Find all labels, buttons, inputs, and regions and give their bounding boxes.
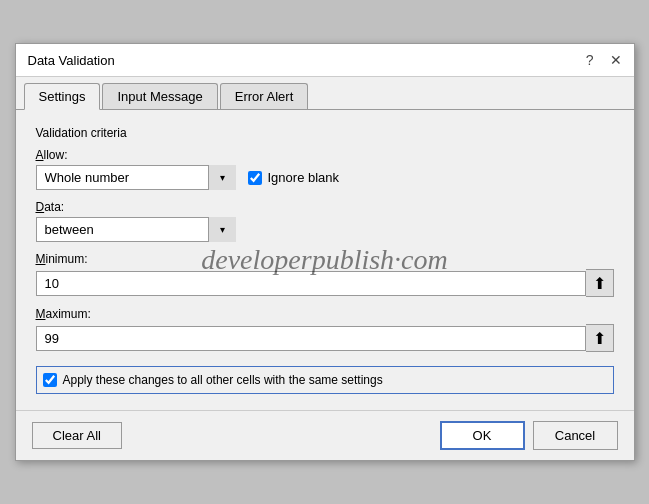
minimum-label: Minimum:: [36, 252, 614, 266]
footer-right-buttons: OK Cancel: [440, 421, 618, 450]
data-label: Data:: [36, 200, 614, 214]
maximum-input-wrapper: ⬆: [36, 324, 614, 352]
allow-select-wrapper: Whole number Decimal List Date Time Text…: [36, 165, 236, 190]
tab-settings[interactable]: Settings: [24, 83, 101, 110]
close-icon[interactable]: ✕: [610, 52, 622, 68]
help-icon[interactable]: ?: [586, 52, 594, 68]
allow-select[interactable]: Whole number Decimal List Date Time Text…: [36, 165, 236, 190]
minimum-input[interactable]: [36, 271, 586, 296]
allow-label: Allow:: [36, 148, 614, 162]
ignore-blank-label: Ignore blank: [268, 170, 340, 185]
apply-changes-checkbox[interactable]: [43, 373, 57, 387]
section-label: Validation criteria: [36, 126, 614, 140]
dialog-title: Data Validation: [28, 53, 115, 68]
clear-all-button[interactable]: Clear All: [32, 422, 122, 449]
data-select-wrapper: between not between equal to not equal t…: [36, 217, 236, 242]
minimum-collapse-icon[interactable]: ⬆: [586, 269, 614, 297]
maximum-input[interactable]: [36, 326, 586, 351]
ignore-blank-row: Ignore blank: [248, 170, 340, 185]
minimum-input-wrapper: ⬆: [36, 269, 614, 297]
tab-bar: Settings Input Message Error Alert: [16, 77, 634, 110]
cancel-button[interactable]: Cancel: [533, 421, 618, 450]
allow-row: Whole number Decimal List Date Time Text…: [36, 165, 614, 190]
minimum-row: ⬆: [36, 269, 614, 297]
ok-button[interactable]: OK: [440, 421, 525, 450]
data-row: between not between equal to not equal t…: [36, 217, 614, 242]
maximum-label: Maximum:: [36, 307, 614, 321]
data-select[interactable]: between not between equal to not equal t…: [36, 217, 236, 242]
title-bar-controls: ? ✕: [586, 52, 622, 68]
apply-row: Apply these changes to all other cells w…: [36, 366, 614, 394]
ignore-blank-checkbox[interactable]: [248, 171, 262, 185]
data-validation-dialog: Data Validation ? ✕ Settings Input Messa…: [15, 43, 635, 461]
footer: Clear All OK Cancel: [16, 410, 634, 460]
maximum-row: ⬆: [36, 324, 614, 352]
title-bar: Data Validation ? ✕: [16, 44, 634, 77]
apply-changes-label: Apply these changes to all other cells w…: [63, 373, 383, 387]
dialog-body: Validation criteria Allow: Whole number …: [16, 110, 634, 410]
maximum-collapse-icon[interactable]: ⬆: [586, 324, 614, 352]
tab-input-message[interactable]: Input Message: [102, 83, 217, 109]
tab-error-alert[interactable]: Error Alert: [220, 83, 309, 109]
